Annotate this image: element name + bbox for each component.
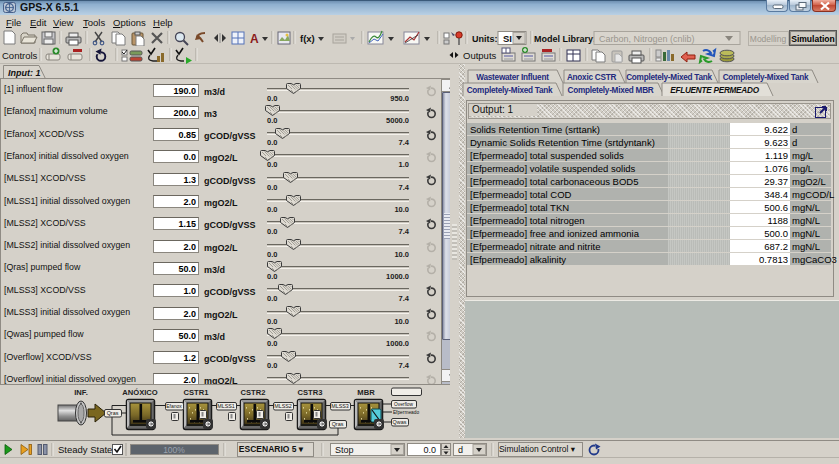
- svg-text:Efpermeado: Efpermeado: [393, 410, 419, 415]
- svg-text:Steady State: Steady State: [58, 444, 112, 455]
- svg-text:Input: 1: Input: 1: [8, 68, 41, 78]
- svg-text:EFLUENTE PERMEADO: EFLUENTE PERMEADO: [670, 86, 759, 95]
- svg-text:0.0: 0.0: [423, 445, 436, 455]
- svg-text:Model Library:: Model Library:: [534, 34, 596, 44]
- svg-text:Simulation: Simulation: [791, 34, 834, 44]
- svg-text:Qras: Qras: [332, 421, 344, 427]
- svg-text:A: A: [250, 32, 259, 46]
- svg-text:Modelling: Modelling: [750, 34, 787, 44]
- svg-text:Completely-Mixed Tank: Completely-Mixed Tank: [626, 73, 712, 82]
- svg-text:Anoxic CSTR: Anoxic CSTR: [567, 73, 616, 82]
- svg-text:Completely-Mixed Tank: Completely-Mixed Tank: [723, 73, 809, 82]
- svg-text:Qwas: Qwas: [393, 419, 407, 425]
- svg-text:CSTR3: CSTR3: [298, 388, 323, 397]
- svg-text:Overflow: Overflow: [394, 402, 413, 407]
- svg-text:d: d: [458, 445, 463, 455]
- svg-text:CSTR1: CSTR1: [184, 388, 210, 397]
- svg-text:CSTR2: CSTR2: [241, 388, 266, 397]
- svg-text:Outputs: Outputs: [463, 50, 497, 61]
- svg-text:ANÓXICO: ANÓXICO: [122, 388, 158, 397]
- svg-text:Completely-Mixed Tank: Completely-Mixed Tank: [467, 86, 553, 95]
- svg-text:Carbon, Nitrogen (cnlib): Carbon, Nitrogen (cnlib): [599, 34, 695, 44]
- svg-text:Qras: Qras: [107, 410, 119, 416]
- svg-text:f(x): f(x): [300, 33, 315, 44]
- svg-text:Units:: Units:: [472, 34, 498, 44]
- svg-text:Simulation Control ▾: Simulation Control ▾: [499, 444, 576, 454]
- svg-text:INF.: INF.: [74, 388, 88, 397]
- svg-text:100%: 100%: [163, 445, 185, 455]
- svg-text:Efanox: Efanox: [166, 403, 182, 409]
- svg-text:Completely-Mixed MBR: Completely-Mixed MBR: [568, 86, 654, 95]
- svg-text:MBR: MBR: [357, 388, 375, 397]
- svg-text:MLSS2: MLSS2: [274, 403, 292, 409]
- svg-text:Controls: Controls: [2, 50, 38, 61]
- svg-text:Stop: Stop: [335, 445, 354, 455]
- svg-text:Wastewater Influent: Wastewater Influent: [476, 73, 549, 82]
- svg-text:ESCENARIO 5 ▾: ESCENARIO 5 ▾: [239, 444, 304, 454]
- svg-text:MLSS1: MLSS1: [217, 403, 235, 409]
- svg-text:MLSS3: MLSS3: [331, 403, 349, 409]
- svg-text:SI: SI: [503, 33, 512, 44]
